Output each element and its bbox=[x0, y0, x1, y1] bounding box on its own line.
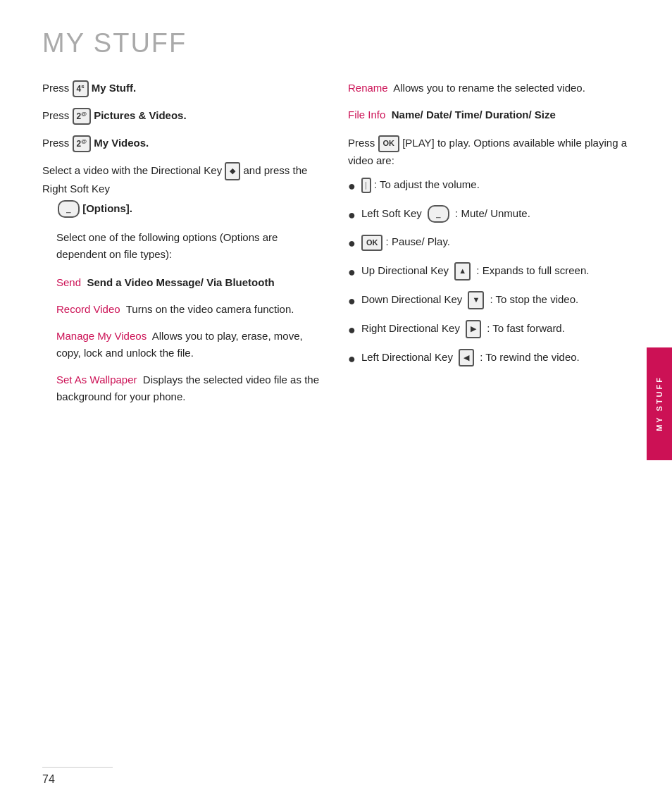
sidebar: MY STUFF bbox=[647, 0, 672, 807]
bullet-2-content: Left Soft Key ⎯ : Mute/ Unmute. bbox=[361, 205, 630, 223]
send-label: Send bbox=[56, 276, 81, 288]
up-dir-key-icon: ▲ bbox=[454, 262, 471, 281]
bullet-3-content: OK : Pause/ Play. bbox=[361, 233, 630, 251]
bullet-6-content: Right Directional Key ▶ : To fast forwar… bbox=[361, 320, 630, 338]
rename-option: Rename Allows you to rename the selected… bbox=[348, 80, 630, 97]
step-5: Select a video with the Directional Key … bbox=[42, 162, 327, 218]
rename-label: Rename bbox=[348, 82, 388, 94]
step-3: Press 2@ Pictures & Videos. bbox=[42, 107, 327, 125]
send-desc: Send a Video Message/ Via Bluetooth bbox=[87, 276, 274, 288]
manage-label: Manage My Videos bbox=[56, 330, 147, 342]
right-dir-key-icon: ▶ bbox=[466, 320, 481, 338]
step5-text: Select a video with the Directional Key bbox=[42, 164, 225, 176]
record-label: Record Video bbox=[56, 303, 120, 315]
step5-options: [Options]. bbox=[82, 202, 132, 214]
step2-text: Press bbox=[42, 82, 69, 94]
ok-key-icon-2: OK bbox=[361, 235, 383, 252]
bullet5-pre: Down Directional Key bbox=[361, 293, 462, 305]
bullet-4: ● Up Directional Key ▲ : Expands to full… bbox=[348, 262, 630, 283]
manage-option: Manage My Videos Allows you to play, era… bbox=[56, 328, 327, 362]
page-number: 74 bbox=[42, 773, 55, 785]
bullet3-text: : Pause/ Play. bbox=[386, 235, 450, 247]
fileinfo-label: File Info bbox=[348, 109, 385, 121]
volume-key-icon: │ bbox=[361, 178, 371, 193]
bullet-1: ● │ : To adjust the volume. bbox=[348, 176, 630, 197]
key-4-icon: 4s bbox=[73, 80, 89, 97]
bullet-1-content: │ : To adjust the volume. bbox=[361, 176, 630, 193]
bullet-7: ● Left Directional Key ◀ : To rewind the… bbox=[348, 349, 630, 369]
bullet-3: ● OK : Pause/ Play. bbox=[348, 233, 630, 254]
step6-text: Press bbox=[348, 137, 375, 149]
send-option: Send Send a Video Message/ Via Bluetooth bbox=[56, 274, 327, 291]
page-title: MY STUFF bbox=[0, 0, 672, 73]
soft-key-icon: ⎯ bbox=[58, 200, 80, 218]
step-4: Press 2@ My Videos. bbox=[42, 135, 327, 152]
bullet-5: ● Down Directional Key ▼ : To stop the v… bbox=[348, 291, 630, 312]
rename-desc: Allows you to rename the selected video. bbox=[393, 82, 585, 94]
sidebar-bar-inner: MY STUFF bbox=[647, 347, 672, 460]
step-2: Press 4s My Stuff. bbox=[42, 80, 327, 97]
step-6: Press OK [PLAY] to play. Options availab… bbox=[348, 135, 630, 169]
step4-text: Press bbox=[42, 137, 69, 149]
bullet5-text: : To stop the video. bbox=[490, 293, 579, 305]
bullet-dot-7: ● bbox=[348, 349, 356, 369]
wallpaper-option: Set As Wallpaper Displays the selected v… bbox=[56, 371, 327, 405]
page-footer: 74 bbox=[42, 767, 113, 786]
bullet-dot-2: ● bbox=[348, 205, 356, 226]
bullet-5-content: Down Directional Key ▼ : To stop the vid… bbox=[361, 291, 630, 309]
bullet-dot-4: ● bbox=[348, 262, 356, 283]
bullet2-pre: Left Soft Key bbox=[361, 207, 422, 219]
step4-label: My Videos. bbox=[94, 137, 149, 149]
ok-key-icon: OK bbox=[378, 135, 400, 152]
bullet-dot-5: ● bbox=[348, 291, 356, 312]
directional-key-icon: ◆ bbox=[225, 162, 240, 180]
right-column: Rename Allows you to rename the selected… bbox=[348, 80, 630, 415]
sidebar-label: MY STUFF bbox=[655, 369, 664, 438]
options-section: Send Send a Video Message/ Via Bluetooth… bbox=[56, 274, 327, 405]
record-option: Record Video Turns on the video camera f… bbox=[56, 301, 327, 318]
bullet6-pre: Right Directional Key bbox=[361, 322, 460, 334]
bullet2-text: : Mute/ Unmute. bbox=[455, 207, 530, 219]
bullet-2: ● Left Soft Key ⎯ : Mute/ Unmute. bbox=[348, 205, 630, 226]
bullet-dot-6: ● bbox=[348, 320, 356, 340]
step3-label: Pictures & Videos. bbox=[94, 109, 186, 121]
bullet4-pre: Up Directional Key bbox=[361, 264, 449, 276]
down-dir-key-icon: ▼ bbox=[468, 291, 484, 309]
bullet4-text: : Expands to full screen. bbox=[476, 264, 589, 276]
bullet-6: ● Right Directional Key ▶ : To fast forw… bbox=[348, 320, 630, 340]
bullet-dot-3: ● bbox=[348, 233, 356, 254]
left-dir-key-icon: ◀ bbox=[459, 349, 474, 367]
left-soft-key-icon: ⎯ bbox=[428, 205, 449, 223]
record-desc: Turns on the video camera function. bbox=[126, 303, 294, 315]
bullet-list: ● │ : To adjust the volume. ● Left Soft … bbox=[348, 176, 630, 369]
step3-text: Press bbox=[42, 109, 69, 121]
wallpaper-label: Set As Wallpaper bbox=[56, 374, 137, 386]
fileinfo-desc: Name/ Date/ Time/ Duration/ Size bbox=[392, 109, 556, 121]
bullet7-pre: Left Directional Key bbox=[361, 351, 453, 363]
bullet7-text: : To rewind the video. bbox=[480, 351, 579, 363]
key-2b-icon: 2@ bbox=[73, 135, 92, 152]
bullet-4-content: Up Directional Key ▲ : Expands to full s… bbox=[361, 262, 630, 281]
left-column: Press 4s My Stuff. Press 2@ Pictures & V… bbox=[42, 80, 327, 415]
fileinfo-option: File Info Name/ Date/ Time/ Duration/ Si… bbox=[348, 106, 630, 123]
bullet6-text: : To fast forward. bbox=[487, 322, 565, 334]
select-one-text: Select one of the following options (Opt… bbox=[56, 229, 327, 263]
bullet-7-content: Left Directional Key ◀ : To rewind the v… bbox=[361, 349, 630, 367]
bullet-dot-1: ● bbox=[348, 176, 356, 197]
bullet1-text: : To adjust the volume. bbox=[374, 178, 480, 190]
key-2a-icon: 2@ bbox=[73, 108, 92, 125]
step2-label: My Stuff. bbox=[92, 82, 136, 94]
